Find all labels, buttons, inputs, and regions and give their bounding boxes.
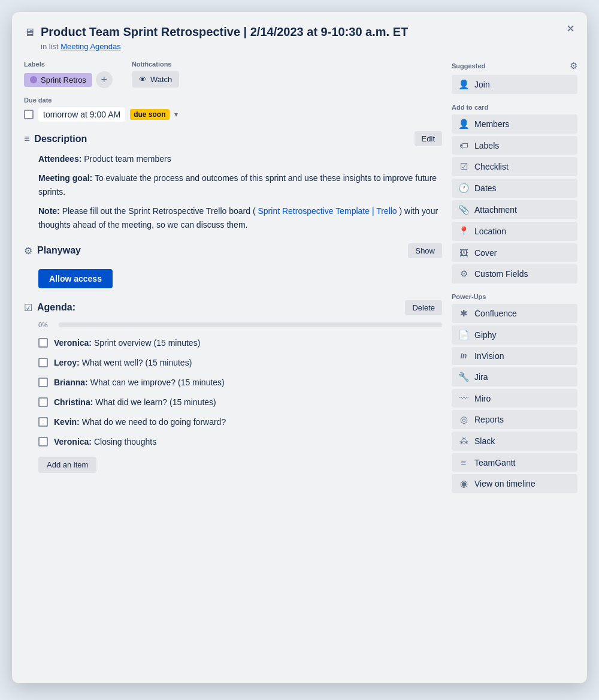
members-icon: 👤 [458, 119, 470, 129]
watch-label: Watch [150, 75, 172, 84]
delete-button[interactable]: Delete [405, 300, 442, 315]
reports-icon: ◎ [458, 414, 470, 425]
giphy-icon: 📄 [458, 330, 470, 340]
members-label: Members [474, 119, 509, 129]
location-icon: 📍 [458, 226, 470, 237]
label-text: Sprint Retros [41, 76, 86, 85]
sidebar-item-teamgantt[interactable]: ≡ TeamGantt [452, 453, 577, 472]
add-to-card-label: Add to card [452, 104, 577, 111]
list-link[interactable]: Meeting Agendas [60, 42, 120, 51]
checklist-label: Checklist [474, 162, 509, 171]
sidebar-item-cover[interactable]: 🖼 Cover [452, 243, 577, 262]
sidebar-item-dates[interactable]: 🕐 Dates [452, 179, 577, 198]
edit-button[interactable]: Edit [415, 131, 442, 146]
list-item: Kevin: What do we need to do going forwa… [24, 412, 442, 432]
list-item: Veronica: Closing thoughts [24, 432, 442, 452]
attachment-icon: 📎 [458, 204, 470, 215]
sidebar-item-join[interactable]: 👤 Join [452, 75, 577, 94]
suggested-section: Suggested ⚙ 👤 Join [452, 61, 577, 94]
sidebar-item-custom-fields[interactable]: ⚙ Custom Fields [452, 264, 577, 283]
description-title: Description [34, 134, 409, 144]
card-modal: ✕ 🖥 Product Team Sprint Retrospective | … [12, 12, 587, 683]
sidebar-item-giphy[interactable]: 📄 Giphy [452, 325, 577, 345]
item-checkbox-6[interactable] [38, 437, 48, 446]
modal-header: 🖥 Product Team Sprint Retrospective | 2/… [24, 24, 577, 40]
power-ups-label: Power-Ups [452, 293, 577, 300]
sidebar-item-slack[interactable]: ⁂ Slack [452, 432, 577, 451]
sidebar-item-members[interactable]: 👤 Members [452, 114, 577, 134]
progress-row: 0% [24, 321, 442, 328]
description-para-3: Note: Please fill out the Sprint Retrosp… [38, 204, 442, 231]
invision-label: InVision [474, 351, 504, 361]
add-item-button[interactable]: Add an item [38, 457, 96, 473]
item-text-1: Veronica: Sprint overview (15 minutes) [54, 337, 200, 349]
sidebar-item-confluence[interactable]: ✱ Confluence [452, 304, 577, 323]
confluence-icon: ✱ [458, 308, 470, 319]
invision-icon: in [458, 352, 470, 360]
sidebar-item-attachment[interactable]: 📎 Attachment [452, 200, 577, 219]
jira-label: Jira [474, 372, 488, 382]
sidebar-item-labels[interactable]: 🏷 Labels [452, 136, 577, 155]
item-checkbox-5[interactable] [38, 417, 48, 427]
sidebar-item-miro[interactable]: 〰 Miro [452, 389, 577, 408]
item-checkbox-3[interactable] [38, 378, 48, 387]
item-checkbox-1[interactable] [38, 338, 48, 348]
modal-body: Labels Sprint Retros + Notifications 👁 W… [24, 61, 577, 671]
slack-label: Slack [474, 436, 495, 446]
reports-label: Reports [474, 415, 504, 424]
description-body: Attendees: Product team members Meeting … [24, 152, 442, 231]
list-item: Leroy: What went well? (15 minutes) [24, 353, 442, 373]
agenda-section: ☑ Agenda: Delete 0% Veronica: Sprint ove… [24, 300, 442, 473]
progress-percent: 0% [38, 321, 53, 328]
custom-fields-label: Custom Fields [474, 269, 528, 279]
item-text-2: Leroy: What went well? (15 minutes) [54, 357, 192, 369]
list-item: Christina: What did we learn? (15 minute… [24, 393, 442, 412]
list-item: Veronica: Sprint overview (15 minutes) [24, 333, 442, 353]
allow-access-button[interactable]: Allow access [38, 269, 113, 288]
dates-label: Dates [474, 183, 497, 193]
trello-link[interactable]: Sprint Retrospective Template | Trello [258, 206, 397, 216]
due-date-text: tomorrow at 9:00 AM [38, 107, 125, 122]
notifications-section: Notifications 👁 Watch [132, 61, 179, 88]
sidebar-item-location[interactable]: 📍 Location [452, 222, 577, 241]
meta-row: Labels Sprint Retros + Notifications 👁 W… [24, 61, 442, 88]
planyway-icon: ⚙ [24, 245, 32, 257]
slack-icon: ⁂ [458, 436, 470, 446]
add-label-button[interactable]: + [96, 71, 113, 88]
sidebar-item-reports[interactable]: ◎ Reports [452, 410, 577, 429]
sidebar-item-view-on-timeline[interactable]: ◉ View on timeline [452, 474, 577, 493]
watch-button[interactable]: 👁 Watch [132, 71, 179, 88]
description-para-2: Meeting goal: To evaluate the process an… [38, 171, 442, 198]
timeline-icon: ◉ [458, 478, 470, 489]
notifications-section-label: Notifications [132, 61, 179, 68]
power-ups-section: Power-Ups ✱ Confluence 📄 Giphy in InVisi… [452, 293, 577, 493]
sidebar-item-checklist[interactable]: ☑ Checklist [452, 157, 577, 176]
list-item: Brianna: What can we improve? (15 minute… [24, 373, 442, 393]
card-subtitle: in list Meeting Agendas [41, 42, 577, 51]
item-text-5: Kevin: What do we need to do going forwa… [54, 416, 226, 429]
gear-button[interactable]: ⚙ [570, 61, 577, 71]
timeline-label: View on timeline [474, 479, 536, 488]
show-button[interactable]: Show [408, 243, 442, 258]
label-chip-sprint-retros[interactable]: Sprint Retros [24, 73, 92, 87]
close-button[interactable]: ✕ [561, 19, 580, 38]
miro-label: Miro [474, 394, 491, 403]
confluence-label: Confluence [474, 309, 517, 318]
labels-section: Labels Sprint Retros + [24, 61, 113, 88]
due-date-row: tomorrow at 9:00 AM due soon ▾ [24, 107, 442, 122]
planyway-section: ⚙ Planyway Show Allow access [24, 243, 442, 288]
attachment-label: Attachment [474, 205, 517, 215]
chevron-down-icon[interactable]: ▾ [174, 110, 178, 119]
suggested-label: Suggested ⚙ [452, 61, 577, 71]
description-icon: ≡ [24, 134, 29, 144]
due-date-checkbox[interactable] [24, 110, 34, 119]
progress-bar-bg [59, 322, 442, 327]
sidebar-item-invision[interactable]: in InVision [452, 347, 577, 365]
description-header: ≡ Description Edit [24, 131, 442, 146]
item-checkbox-2[interactable] [38, 358, 48, 367]
item-checkbox-4[interactable] [38, 397, 48, 407]
checklist-sidebar-icon: ☑ [458, 161, 470, 172]
main-content: Labels Sprint Retros + Notifications 👁 W… [24, 61, 442, 671]
sidebar-item-jira[interactable]: 🔧 Jira [452, 367, 577, 387]
planyway-title: Planyway [37, 245, 403, 256]
